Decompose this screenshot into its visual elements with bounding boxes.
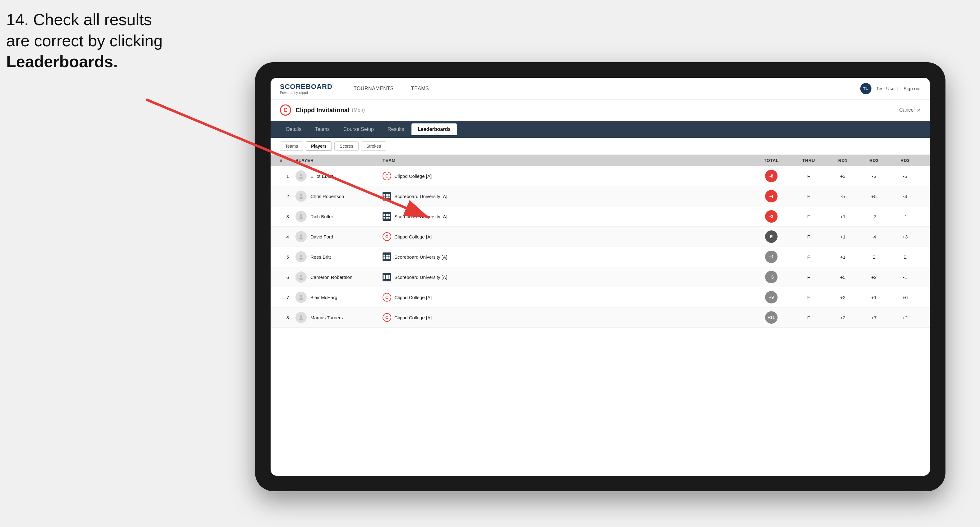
table-body: 1 Elliot Ebert C Clippd College [A] -8 F… (270, 166, 930, 328)
tab-course-setup[interactable]: Course Setup (337, 124, 380, 135)
total-cell: -8 (752, 170, 790, 182)
row-rank: 1 (280, 173, 296, 179)
rd2-cell: -4 (858, 234, 889, 240)
filter-strokes[interactable]: Strokes (361, 141, 386, 151)
logo-area: SCOREBOARD Powered by clippd (280, 83, 332, 95)
player-avatar (296, 271, 307, 283)
tablet-frame: SCOREBOARD Powered by clippd TOURNAMENTS… (255, 62, 945, 491)
team-cell: C Clippd College [A] (383, 293, 752, 302)
team-name: Clippd College [A] (395, 234, 432, 240)
team-logo-sb (383, 273, 391, 281)
rd2-cell: +5 (858, 194, 889, 199)
nav-right: TU Test User | Sign out (860, 83, 921, 94)
rd3-cell: -4 (889, 194, 921, 199)
team-name: Scoreboard University [A] (395, 254, 447, 260)
tournament-icon: C (280, 105, 291, 116)
thru-cell: F (790, 315, 827, 320)
thru-cell: F (790, 173, 827, 179)
sign-out-link[interactable]: Sign out (904, 86, 921, 91)
rd1-cell: +1 (827, 214, 858, 219)
col-thru: THRU (790, 158, 827, 163)
table-row: 1 Elliot Ebert C Clippd College [A] -8 F… (270, 166, 930, 186)
team-cell: Scoreboard University [A] (383, 252, 752, 261)
svg-point-8 (300, 235, 302, 237)
rd2-cell: -6 (858, 173, 889, 179)
table-row: 5 Rees Britt Scoreboard University [A] +… (270, 247, 930, 267)
tournament-header: C Clippd Invitational (Men) Cancel ✕ (270, 100, 930, 121)
player-cell: Rees Britt (296, 251, 383, 262)
filter-teams[interactable]: Teams (280, 141, 303, 151)
nav-teams[interactable]: TEAMS (409, 86, 432, 91)
score-badge: +6 (765, 271, 778, 283)
col-team: TEAM (383, 158, 752, 163)
player-name: Cameron Robertson (310, 275, 352, 280)
svg-point-3 (299, 177, 303, 179)
player-name: Blair McHarg (310, 295, 337, 300)
total-cell: -2 (752, 210, 790, 222)
player-name: Elliot Ebert (310, 173, 333, 179)
team-cell: Scoreboard University [A] (383, 273, 752, 281)
total-cell: +6 (752, 271, 790, 283)
team-logo-c: C (383, 171, 391, 180)
logo-scoreboard: SCOREBOARD (280, 83, 332, 91)
rd2-cell: +2 (858, 275, 889, 280)
team-logo-sb (383, 192, 391, 200)
filter-players[interactable]: Players (306, 141, 332, 151)
logo-sub: Powered by clippd (280, 91, 332, 95)
team-logo-c: C (383, 293, 391, 302)
rd2-cell: -2 (858, 214, 889, 219)
score-badge: +1 (765, 251, 778, 263)
instruction-text: 14. Check all results are correct by cli… (6, 10, 163, 73)
score-badge: E (765, 230, 778, 243)
player-cell: Cameron Robertson (296, 271, 383, 283)
filter-scores[interactable]: Scores (334, 141, 359, 151)
rd2-cell: +1 (858, 295, 889, 300)
user-name: Test User | (877, 86, 899, 91)
player-avatar (296, 292, 307, 303)
team-logo-sb (383, 212, 391, 221)
cancel-button[interactable]: Cancel ✕ (899, 107, 921, 113)
total-cell: E (752, 230, 790, 243)
score-badge: +11 (765, 311, 778, 324)
rd3-cell: +3 (889, 234, 921, 240)
svg-point-12 (300, 275, 302, 277)
tab-leaderboards[interactable]: Leaderboards (412, 124, 457, 135)
score-badge: -8 (765, 170, 778, 182)
rd3-cell: +6 (889, 295, 921, 300)
col-rd3: RD3 (889, 158, 921, 163)
player-name: Chris Robertson (310, 194, 344, 199)
user-avatar: TU (860, 83, 872, 94)
tab-results[interactable]: Results (381, 124, 410, 135)
team-name: Clippd College [A] (395, 295, 432, 300)
table-row: 8 Marcus Turners C Clippd College [A] +1… (270, 308, 930, 328)
row-rank: 3 (280, 214, 296, 219)
nav-tournaments[interactable]: TOURNAMENTS (351, 86, 396, 91)
player-name: Marcus Turners (310, 315, 343, 320)
team-cell: C Clippd College [A] (383, 313, 752, 322)
row-rank: 6 (280, 275, 296, 280)
thru-cell: F (790, 194, 827, 199)
svg-point-13 (299, 278, 303, 280)
table-row: 3 Rich Butler Scoreboard University [A] … (270, 206, 930, 227)
team-logo-c: C (383, 232, 391, 241)
row-rank: 4 (280, 234, 296, 240)
table-row: 4 David Ford C Clippd College [A] E F +1… (270, 227, 930, 247)
col-player: PLAYER (296, 158, 383, 163)
tab-teams[interactable]: Teams (309, 124, 336, 135)
svg-point-17 (299, 318, 303, 321)
row-rank: 5 (280, 254, 296, 260)
svg-point-5 (299, 197, 303, 199)
player-avatar (296, 190, 307, 202)
tablet-screen: SCOREBOARD Powered by clippd TOURNAMENTS… (270, 78, 930, 476)
thru-cell: F (790, 275, 827, 280)
team-name: Scoreboard University [A] (395, 214, 447, 219)
rd2-cell: +7 (858, 315, 889, 320)
svg-point-7 (299, 217, 303, 219)
rd1-cell: -5 (827, 194, 858, 199)
tab-details[interactable]: Details (280, 124, 308, 135)
rd3-cell: +2 (889, 315, 921, 320)
svg-point-14 (300, 295, 302, 298)
svg-point-15 (299, 298, 303, 300)
rd1-cell: +1 (827, 234, 858, 240)
svg-point-2 (300, 174, 302, 176)
